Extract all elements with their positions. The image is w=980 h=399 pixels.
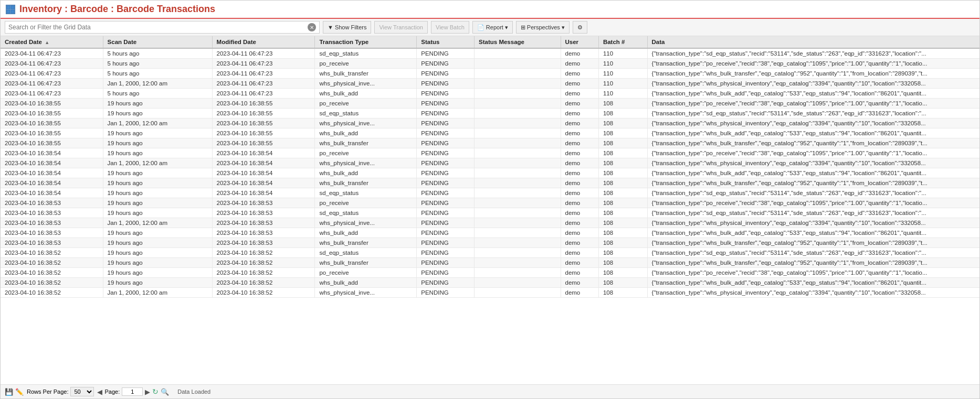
table-row[interactable]: 2023-04-11 06:47:23Jan 1, 2000, 12:00 am… <box>1 79 979 89</box>
col-status[interactable]: Status <box>417 36 475 48</box>
table-row[interactable]: 2023-04-11 06:47:235 hours ago2023-04-11… <box>1 59 979 69</box>
header-row: Created Date ▲ Scan Date Modified Date T… <box>1 36 979 48</box>
table-row[interactable]: 2023-04-10 16:38:54Jan 1, 2000, 12:00 am… <box>1 158 979 168</box>
table-cell: po_receive <box>315 99 417 109</box>
table-cell: 110 <box>598 89 647 99</box>
table-cell: PENDING <box>417 218 475 228</box>
table-cell: {"transaction_type":"whs_bulk_add","eqp_… <box>647 89 979 99</box>
footer: 💾 ✏️ Rows Per Page: 10 25 50 100 ◀ Page:… <box>1 384 979 398</box>
table-row[interactable]: 2023-04-10 16:38:5519 hours ago2023-04-1… <box>1 99 979 109</box>
table-cell: demo <box>561 109 598 118</box>
table-cell: 2023-04-10 16:38:52 <box>1 268 103 278</box>
table-cell: 19 hours ago <box>103 99 212 109</box>
table-cell <box>475 128 561 138</box>
col-data[interactable]: Data <box>647 36 979 48</box>
report-icon: 📄 <box>477 24 484 31</box>
search-input[interactable] <box>8 24 308 31</box>
table-cell: 19 hours ago <box>103 268 212 278</box>
table-row[interactable]: 2023-04-10 16:38:5319 hours ago2023-04-1… <box>1 198 979 208</box>
page-input[interactable] <box>122 387 143 396</box>
table-row[interactable]: 2023-04-10 16:38:5419 hours ago2023-04-1… <box>1 168 979 178</box>
table-cell: {"transaction_type":"whs_bulk_add","eqp_… <box>647 168 979 178</box>
table-cell: demo <box>561 198 598 208</box>
table-cell <box>475 59 561 69</box>
table-row[interactable]: 2023-04-10 16:38:5219 hours ago2023-04-1… <box>1 258 979 268</box>
view-transaction-button[interactable]: View Transaction <box>374 21 428 34</box>
perspectives-dropdown-icon: ▾ <box>562 24 565 31</box>
col-modified-date[interactable]: Modified Date <box>212 36 315 48</box>
table-row[interactable]: 2023-04-10 16:38:5319 hours ago2023-04-1… <box>1 238 979 248</box>
table-cell: PENDING <box>417 79 475 89</box>
table-cell: 19 hours ago <box>103 228 212 238</box>
view-batch-button[interactable]: View Batch <box>431 21 469 34</box>
col-created-date[interactable]: Created Date ▲ <box>1 36 103 48</box>
table-cell <box>475 99 561 109</box>
table-cell: 19 hours ago <box>103 168 212 178</box>
table-cell: 2023-04-10 16:38:54 <box>1 178 103 188</box>
table-row[interactable]: 2023-04-10 16:38:52Jan 1, 2000, 12:00 am… <box>1 288 979 298</box>
table-row[interactable]: 2023-04-10 16:38:5319 hours ago2023-04-1… <box>1 208 979 218</box>
table-row[interactable]: 2023-04-10 16:38:5519 hours ago2023-04-1… <box>1 109 979 118</box>
table-cell <box>475 198 561 208</box>
rows-per-page-select[interactable]: 10 25 50 100 <box>70 387 94 396</box>
table-cell: Jan 1, 2000, 12:00 am <box>103 288 212 298</box>
table-row[interactable]: 2023-04-10 16:38:5419 hours ago2023-04-1… <box>1 148 979 158</box>
table-row[interactable]: 2023-04-10 16:38:5519 hours ago2023-04-1… <box>1 138 979 148</box>
table-cell <box>475 218 561 228</box>
table-cell: demo <box>561 258 598 268</box>
search-box[interactable]: ✕ <box>5 21 320 34</box>
save-icon[interactable]: 💾 <box>5 388 13 396</box>
col-batch[interactable]: Batch # <box>598 36 647 48</box>
table-row[interactable]: 2023-04-10 16:38:5519 hours ago2023-04-1… <box>1 128 979 138</box>
report-button[interactable]: 📄 Report ▾ <box>472 21 513 34</box>
col-scan-date[interactable]: Scan Date <box>103 36 212 48</box>
table-cell: 2023-04-10 16:38:52 <box>212 268 315 278</box>
report-dropdown-icon: ▾ <box>505 24 508 31</box>
table-cell <box>475 258 561 268</box>
table-cell: {"transaction_type":"sd_eqp_status","rec… <box>647 248 979 258</box>
table-row[interactable]: 2023-04-10 16:38:55Jan 1, 2000, 12:00 am… <box>1 118 979 128</box>
table-cell: 2023-04-10 16:38:52 <box>1 248 103 258</box>
col-user[interactable]: User <box>561 36 598 48</box>
table-row[interactable]: 2023-04-10 16:38:5319 hours ago2023-04-1… <box>1 228 979 238</box>
table-cell: 2023-04-10 16:38:53 <box>212 208 315 218</box>
table-row[interactable]: 2023-04-10 16:38:5419 hours ago2023-04-1… <box>1 178 979 188</box>
next-page-button[interactable]: ▶ <box>145 388 150 396</box>
table-body: 2023-04-11 06:47:235 hours ago2023-04-11… <box>1 48 979 298</box>
search-clear-button[interactable]: ✕ <box>308 23 316 31</box>
show-filters-button[interactable]: ▼ Show Filters <box>323 21 371 34</box>
table-cell: whs_physical_inve... <box>315 218 417 228</box>
refresh-icon[interactable]: ↻ <box>152 387 159 396</box>
first-page-button[interactable]: ◀ <box>97 388 102 396</box>
table-row[interactable]: 2023-04-11 06:47:235 hours ago2023-04-11… <box>1 89 979 99</box>
table-cell: 2023-04-10 16:38:52 <box>1 278 103 288</box>
col-status-message[interactable]: Status Message <box>475 36 561 48</box>
table-cell: sd_eqp_status <box>315 109 417 118</box>
table-cell: 2023-04-10 16:38:54 <box>1 168 103 178</box>
search-page-icon[interactable]: 🔍 <box>161 388 169 396</box>
table-cell: demo <box>561 69 598 79</box>
table-cell: whs_bulk_transfer <box>315 258 417 268</box>
col-transaction-type[interactable]: Transaction Type <box>315 36 417 48</box>
table-row[interactable]: 2023-04-10 16:38:5219 hours ago2023-04-1… <box>1 278 979 288</box>
edit-icon[interactable]: ✏️ <box>15 388 24 396</box>
table-row[interactable]: 2023-04-10 16:38:5219 hours ago2023-04-1… <box>1 248 979 258</box>
table-row[interactable]: 2023-04-10 16:38:5219 hours ago2023-04-1… <box>1 268 979 278</box>
filter-icon: ▼ <box>328 24 333 30</box>
table-cell: demo <box>561 79 598 89</box>
table-cell: 2023-04-11 06:47:23 <box>212 59 315 69</box>
settings-button[interactable]: ⚙ <box>573 21 587 34</box>
table-cell: whs_bulk_transfer <box>315 238 417 248</box>
table-cell: {"transaction_type":"sd_eqp_status","rec… <box>647 109 979 118</box>
table-cell: 2023-04-10 16:38:53 <box>1 198 103 208</box>
table-cell: 2023-04-10 16:38:53 <box>212 238 315 248</box>
table-row[interactable]: 2023-04-10 16:38:53Jan 1, 2000, 12:00 am… <box>1 218 979 228</box>
grid-container[interactable]: Created Date ▲ Scan Date Modified Date T… <box>1 36 979 384</box>
perspectives-button[interactable]: ⊞ Perspectives ▾ <box>516 21 570 34</box>
title-bar: Inventory : Barcode : Barcode Transactio… <box>1 1 979 19</box>
table-cell <box>475 79 561 89</box>
table-row[interactable]: 2023-04-10 16:38:5419 hours ago2023-04-1… <box>1 188 979 198</box>
table-cell: demo <box>561 89 598 99</box>
table-row[interactable]: 2023-04-11 06:47:235 hours ago2023-04-11… <box>1 48 979 59</box>
table-row[interactable]: 2023-04-11 06:47:235 hours ago2023-04-11… <box>1 69 979 79</box>
